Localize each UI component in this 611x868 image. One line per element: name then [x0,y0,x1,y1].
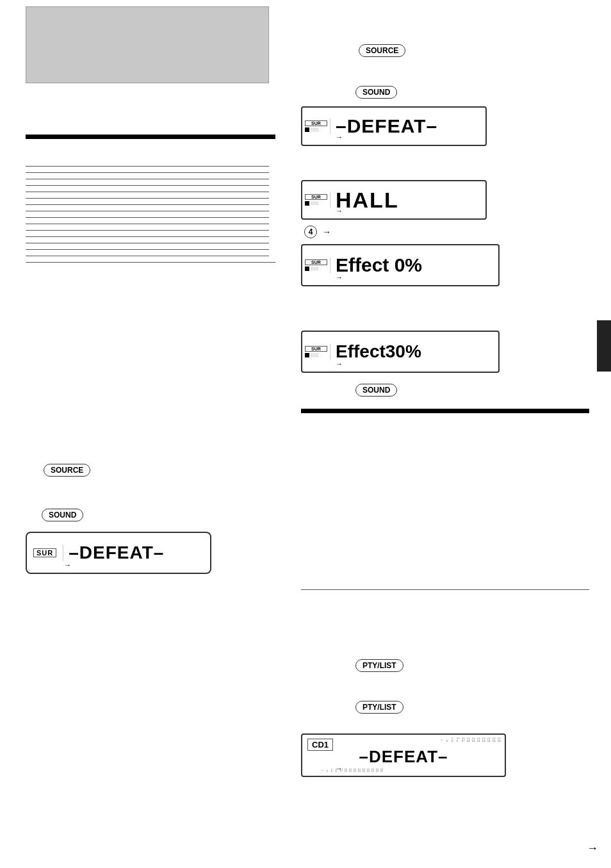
cd1-label: CD1 [307,739,333,751]
wavy-bottom: ⠂⠆⠇⠏⠟⠿⠿⠿⠿⠿⠿⠿⠿⠿ [322,768,384,774]
hall-display-right: SUR ⠿⠿⠿ HALL → [301,176,487,224]
arrow-3: → [336,274,343,281]
sound-button-left[interactable]: SOUND [42,506,83,524]
defeat-text-1: –DEFEAT– [336,115,437,137]
sur-label-3: SUR [305,259,327,266]
defeat-display-right: SUR ⠿⠿⠿ –DEFEAT– → [301,102,487,150]
sur-label-left: SUR [33,548,56,557]
defeat-display-left: SUR –DEFEAT– → [26,532,211,574]
hall-text: HALL [336,188,399,213]
effect30-text: Effect30% [336,341,421,362]
right-edge-bar [597,320,611,372]
effect30-display-right: SUR ⠿⠿⠿ Effect30% → [301,327,500,377]
sur-label-4: SUR [305,346,327,352]
arrow-1: → [336,133,343,141]
sound-button-right2[interactable]: SOUND [355,381,397,399]
thin-divider-bottom-right [301,589,589,590]
defeat-text-left: –DEFEAT– [69,543,164,563]
cd-defeat-text: –DEFEAT– [359,747,448,766]
cd-defeat-display: CD1 ⠂⠆⠇⠏⠟⠿⠿⠿⠿⠿⠿⠿ –DEFEAT– ⠂⠆⠇⠏⠟⠿⠿⠿⠿⠿⠿⠿⠿⠿… [301,733,506,777]
thick-divider-left [26,135,275,139]
sound-button-right1[interactable]: SOUND [355,83,397,101]
sur-label-1: SUR [305,120,327,127]
circle-4: 4 [304,225,317,238]
step-4-indicator: 4 → [304,225,331,238]
arrow-left: → [64,561,71,569]
bottom-right-arrow: → [587,842,598,855]
source-button-right[interactable]: SOURCE [359,42,405,60]
source-button-left[interactable]: SOURCE [44,461,90,479]
wavy-top: ⠂⠆⠇⠏⠟⠿⠿⠿⠿⠿⠿⠿ [441,737,502,744]
arrow-cd: → [336,765,342,772]
arrow-2: → [336,207,343,215]
pty-list-button-1[interactable]: PTY/LIST [355,657,403,675]
sur-label-2: SUR [305,194,327,201]
device-image [26,6,269,83]
pty-list-button-2[interactable]: PTY/LIST [355,698,403,716]
effect0-text: Effect 0% [336,254,422,276]
arrow-4: → [336,360,343,368]
cd-defeat-text-container: –DEFEAT– [359,747,448,767]
thick-divider-right [301,409,589,413]
effect0-display-right: SUR ⠿⠿⠿ Effect 0% → [301,240,500,290]
step-arrow: → [322,227,331,237]
thin-lines-group [26,160,275,268]
